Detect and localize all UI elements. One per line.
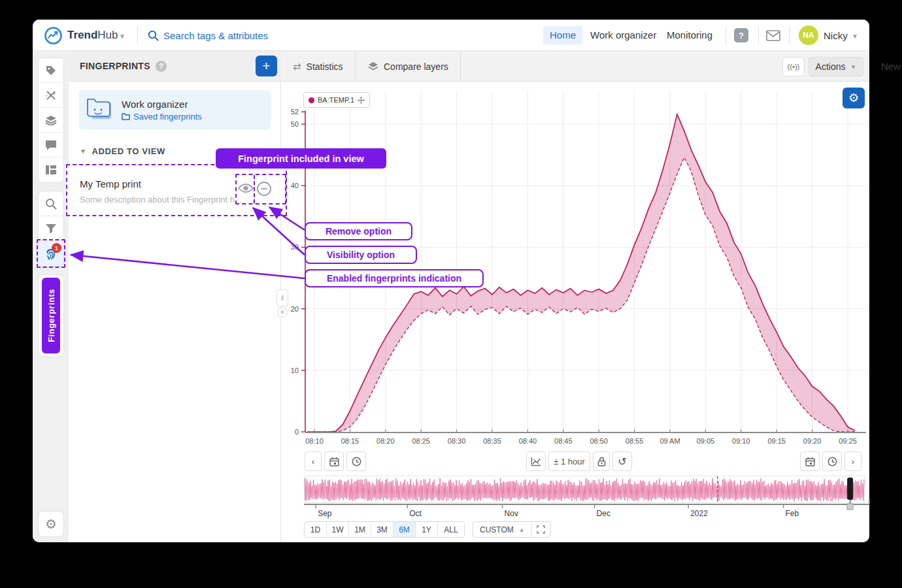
avatar[interactable]: NA bbox=[799, 25, 818, 45]
broadcast-icon: ((•)) bbox=[788, 63, 800, 71]
end-time-button[interactable] bbox=[822, 451, 842, 471]
range-button-1m[interactable]: 1M bbox=[349, 522, 371, 537]
history-button[interactable]: ↺ bbox=[612, 451, 632, 471]
series-color-dot bbox=[309, 97, 314, 103]
trendhub-logo-icon bbox=[44, 27, 62, 44]
move-handle-icon[interactable] bbox=[358, 97, 365, 104]
app-stage: TrendHub ▼ Search tags & attributes Home… bbox=[0, 0, 902, 588]
custom-range-button[interactable]: CUSTOM ▲ bbox=[473, 522, 532, 537]
view-toolbar: ⇄ Statistics Compare layers New view ((•… bbox=[281, 51, 869, 82]
swap-arrows-icon: ⇄ bbox=[293, 61, 301, 73]
topbar-divider bbox=[137, 26, 138, 44]
callout-visibility-option: Visibility option bbox=[305, 246, 417, 264]
user-chevron-down-icon[interactable]: ▼ bbox=[852, 33, 858, 40]
series-label: BA:TEMP.1 bbox=[318, 96, 354, 104]
panel-title: FINGERPRINTS bbox=[80, 61, 150, 71]
add-fingerprint-button[interactable]: + bbox=[256, 56, 277, 76]
collapse-chevron-icon: ▼ bbox=[80, 148, 87, 155]
row-actions-divider bbox=[254, 175, 255, 203]
svg-text:x: x bbox=[53, 90, 56, 96]
gear-icon: ⚙ bbox=[848, 91, 859, 105]
nav-monitoring[interactable]: Monitoring bbox=[660, 26, 719, 44]
settings-button[interactable]: ⚙ bbox=[38, 511, 64, 537]
topbar-divider bbox=[758, 26, 759, 44]
clock-icon bbox=[827, 457, 837, 466]
search-tool-button[interactable] bbox=[39, 191, 63, 216]
trend-icon bbox=[531, 457, 541, 466]
chart-settings-button[interactable]: ⚙ bbox=[843, 88, 865, 108]
range-button-1d[interactable]: 1D bbox=[305, 522, 327, 537]
pan-right-button[interactable]: › bbox=[844, 451, 861, 471]
fingerprints-panel-header: FINGERPRINTS ? + bbox=[69, 51, 281, 82]
dashboard-icon bbox=[45, 165, 57, 175]
lock-icon bbox=[597, 457, 606, 466]
comments-button[interactable] bbox=[39, 133, 63, 157]
folder-smile-icon bbox=[86, 97, 114, 123]
rail-group-bottom: 1 bbox=[38, 191, 64, 267]
pan-left-button[interactable]: ‹ bbox=[305, 451, 322, 471]
axis-close-button[interactable]: ✕ bbox=[278, 308, 287, 317]
help-button[interactable]: ? bbox=[734, 28, 748, 42]
start-date-button[interactable] bbox=[324, 451, 344, 471]
range-button-1w[interactable]: 1W bbox=[327, 522, 349, 537]
chevron-right-icon: › bbox=[852, 457, 854, 466]
range-button-all[interactable]: ALL bbox=[438, 522, 464, 537]
filter-icon bbox=[45, 223, 57, 234]
topbar-divider bbox=[726, 26, 726, 44]
topbar-divider bbox=[789, 26, 790, 44]
lock-button[interactable] bbox=[593, 451, 610, 471]
tab-statistics[interactable]: ⇄ Statistics bbox=[281, 51, 356, 82]
rail-group-top: ÷x bbox=[38, 57, 64, 183]
series-chip[interactable]: BA:TEMP.1 bbox=[303, 92, 370, 108]
tags-button[interactable] bbox=[39, 58, 63, 83]
callout-included-in-view: Fingerprint included in view bbox=[216, 148, 386, 169]
overview-minimap[interactable] bbox=[304, 476, 865, 503]
dashboard-button[interactable] bbox=[39, 157, 63, 182]
formula-icon: ÷x bbox=[45, 90, 57, 101]
range-button-1y[interactable]: 1Y bbox=[416, 522, 438, 537]
fullscreen-icon bbox=[537, 525, 545, 534]
panel-help-icon[interactable]: ? bbox=[156, 61, 167, 72]
formulas-button[interactable]: ÷x bbox=[39, 83, 63, 108]
layers-icon bbox=[45, 115, 57, 125]
compare-trend-button[interactable] bbox=[526, 451, 546, 471]
tab-compare-layers[interactable]: Compare layers bbox=[356, 51, 461, 82]
range-button-6m[interactable]: 6M bbox=[393, 522, 416, 537]
range-button-3m[interactable]: 3M bbox=[371, 522, 393, 537]
expand-button[interactable] bbox=[532, 522, 550, 537]
added-to-view-section[interactable]: ▼ ADDED TO VIEW bbox=[80, 146, 165, 156]
nav-work-organizer[interactable]: Work organizer bbox=[584, 26, 663, 44]
end-date-button[interactable] bbox=[800, 451, 820, 471]
fingerprint-name: My Temp print bbox=[80, 178, 141, 189]
actions-button[interactable]: Actions▼ bbox=[809, 57, 863, 76]
layers-button[interactable] bbox=[39, 108, 63, 133]
clock-icon bbox=[352, 457, 361, 466]
callout-enabled-indication: Enabled fingerprints indication bbox=[305, 269, 484, 287]
fingerprints-panel-tab[interactable]: Fingerprints bbox=[42, 278, 60, 353]
saved-fingerprints-link[interactable]: Saved fingerprints bbox=[122, 112, 202, 122]
filter-button[interactable] bbox=[39, 216, 63, 241]
time-offset-button[interactable]: ± 1 hour bbox=[548, 451, 590, 471]
tag-icon bbox=[45, 65, 57, 76]
work-organizer-card[interactable]: Work organizer Saved fingerprints bbox=[79, 90, 271, 129]
axis-drag-handle[interactable]: ‖ bbox=[276, 289, 288, 306]
gear-icon: ⚙ bbox=[45, 516, 57, 532]
brand-chevron-down-icon[interactable]: ▼ bbox=[119, 33, 125, 40]
folder-icon bbox=[122, 113, 130, 120]
visibility-eye-icon[interactable] bbox=[237, 181, 254, 195]
search-input[interactable]: Search tags & attributes bbox=[163, 30, 268, 41]
start-time-button[interactable] bbox=[346, 451, 366, 471]
nav-home[interactable]: Home bbox=[543, 26, 582, 44]
user-name[interactable]: Nicky bbox=[824, 30, 848, 41]
custom-range-group: CUSTOM ▲ bbox=[473, 521, 551, 538]
history-icon: ↺ bbox=[618, 455, 626, 468]
remove-minus-icon[interactable] bbox=[256, 181, 272, 197]
fingerprints-button[interactable]: 1 bbox=[39, 241, 63, 266]
mail-icon[interactable] bbox=[766, 30, 780, 41]
calendar-icon bbox=[805, 457, 815, 466]
search-icon bbox=[148, 30, 159, 41]
search-icon bbox=[45, 198, 57, 210]
live-mode-button[interactable]: ((•)) bbox=[782, 57, 805, 76]
chevron-up-icon: ▲ bbox=[519, 527, 525, 533]
svg-text:÷: ÷ bbox=[45, 93, 48, 99]
